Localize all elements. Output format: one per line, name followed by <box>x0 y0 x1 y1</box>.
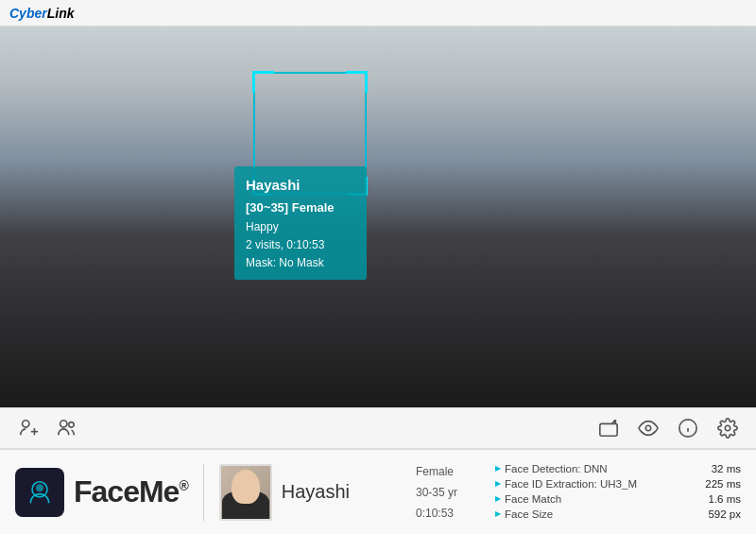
vertical-divider <box>203 464 204 521</box>
metric-bullet-4: ▶ <box>495 509 501 518</box>
metric-bullet-2: ▶ <box>495 479 501 488</box>
person-group-icon[interactable] <box>53 415 79 441</box>
face-info-popup: Hayashi [30~35] Female Happy 2 visits, 0… <box>234 166 367 280</box>
metric-value-4: 592 px <box>694 508 741 520</box>
faceme-text-label: FaceMe® <box>74 474 188 509</box>
info-bar: FaceMe® Hayashi Female 30-35 yr 0:10:53 … <box>0 449 756 534</box>
person-thumbnail <box>219 464 272 521</box>
metric-value-3: 1.6 ms <box>694 493 741 505</box>
metric-bullet-1: ▶ <box>495 464 501 473</box>
title-bar: CyberLink <box>0 0 756 26</box>
metric-label-1: Face Detection: DNN <box>505 463 690 474</box>
info-icon[interactable] <box>675 415 701 441</box>
cyberlink-logo: CyberLink <box>9 6 74 21</box>
metric-bullet-3: ▶ <box>495 494 501 503</box>
stat-age: 30-35 yr <box>416 484 457 501</box>
toolbar-right <box>595 415 741 441</box>
metric-value-2: 225 ms <box>694 478 741 490</box>
stats-column: Female 30-35 yr 0:10:53 <box>416 463 457 522</box>
popup-age-gender: [30~35] Female <box>246 198 355 218</box>
stat-gender: Female <box>416 463 457 480</box>
stat-time: 0:10:53 <box>416 505 457 522</box>
toolbar <box>0 407 756 449</box>
popup-mask: Mask: No Mask <box>246 254 355 272</box>
metric-face-id: ▶ Face ID Extraction: UH3_M 225 ms <box>495 478 741 490</box>
settings-icon[interactable] <box>714 415 741 441</box>
popup-emotion: Happy <box>246 218 355 236</box>
metric-label-2: Face ID Extraction: UH3_M <box>505 478 690 490</box>
faceme-logo: FaceMe® <box>15 468 188 517</box>
faceme-word: FaceMe <box>74 474 179 508</box>
metric-face-size: ▶ Face Size 592 px <box>495 508 741 520</box>
video-area: Hayashi [30~35] Female Happy 2 visits, 0… <box>0 26 756 407</box>
svg-point-6 <box>645 425 651 431</box>
eye-icon[interactable] <box>635 415 662 441</box>
stats-area: Female 30-35 yr 0:10:53 ▶ Face Detection… <box>416 463 741 522</box>
metric-label-3: Face Match <box>505 493 690 505</box>
svg-point-12 <box>36 484 43 491</box>
metrics-column: ▶ Face Detection: DNN 32 ms ▶ Face ID Ex… <box>495 463 741 522</box>
toolbar-left <box>15 415 79 441</box>
metric-value-1: 32 ms <box>694 463 741 474</box>
metric-label-4: Face Size <box>505 508 690 520</box>
svg-rect-5 <box>600 423 617 436</box>
person-silhouette <box>0 26 756 407</box>
svg-point-0 <box>23 421 29 427</box>
person-thumbnail-area: Hayashi <box>219 464 350 521</box>
popup-name: Hayashi <box>246 174 355 197</box>
faceme-icon <box>15 468 64 517</box>
popup-visits: 2 visits, 0:10:53 <box>246 236 355 254</box>
camera-icon[interactable] <box>595 415 622 441</box>
metric-face-match: ▶ Face Match 1.6 ms <box>495 493 741 505</box>
svg-point-4 <box>69 422 75 428</box>
corridor-background: Hayashi [30~35] Female Happy 2 visits, 0… <box>0 26 756 407</box>
svg-point-10 <box>725 425 730 431</box>
person-add-icon[interactable] <box>15 415 42 441</box>
svg-point-3 <box>60 421 67 427</box>
person-name-label: Hayashi <box>282 481 350 503</box>
faceme-registered: ® <box>179 478 187 493</box>
app-container: CyberLink Hayashi [30~35] Female Happy <box>0 0 756 534</box>
metric-face-detection: ▶ Face Detection: DNN 32 ms <box>495 463 741 474</box>
thumb-face <box>232 470 260 504</box>
